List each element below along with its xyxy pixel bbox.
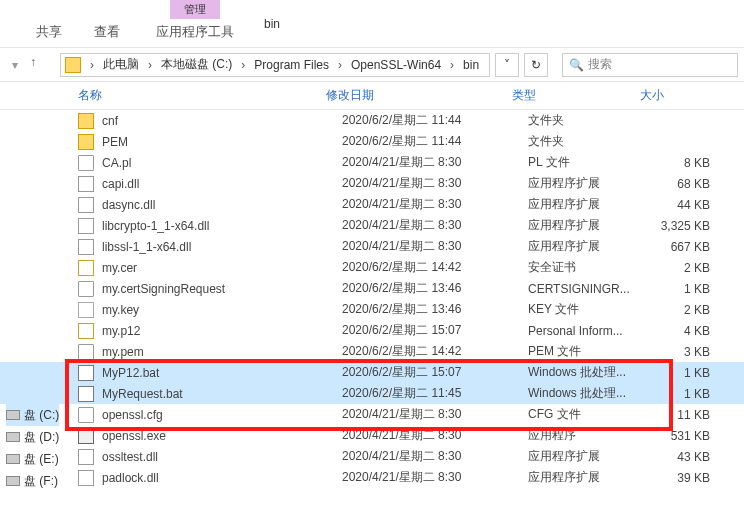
chevron-right-icon[interactable]: ›	[85, 58, 99, 72]
chevron-right-icon[interactable]: ›	[445, 58, 459, 72]
window-title: bin	[264, 17, 280, 31]
file-row[interactable]: MyP12.bat2020/6/2/星期二 15:07Windows 批处理..…	[0, 362, 744, 383]
drive-item[interactable]: 盘 (F:)	[6, 470, 59, 492]
file-row[interactable]: libcrypto-1_1-x64.dll2020/4/21/星期二 8:30应…	[0, 215, 744, 236]
file-size: 3 KB	[656, 345, 716, 359]
chevron-right-icon[interactable]: ›	[143, 58, 157, 72]
file-date: 2020/4/21/星期二 8:30	[342, 217, 528, 234]
file-icon	[78, 281, 94, 297]
file-size: 11 KB	[656, 408, 716, 422]
file-row[interactable]: my.cer2020/6/2/星期二 14:42安全证书2 KB	[0, 257, 744, 278]
file-icon	[78, 407, 94, 423]
breadcrumb-item[interactable]: Program Files	[250, 58, 333, 72]
file-size: 667 KB	[656, 240, 716, 254]
file-date: 2020/4/21/星期二 8:30	[342, 238, 528, 255]
ribbon-context: 管理 应用程序工具	[146, 0, 244, 47]
file-size: 1 KB	[656, 282, 716, 296]
file-date: 2020/4/21/星期二 8:30	[342, 469, 528, 486]
drive-item[interactable]: 盘 (C:)	[6, 404, 59, 426]
dll-icon	[78, 470, 94, 486]
file-row[interactable]: PEM2020/6/2/星期二 11:44文件夹	[0, 131, 744, 152]
drive-label: 盘 (E:)	[24, 451, 59, 468]
file-row[interactable]: padlock.dll2020/4/21/星期二 8:30应用程序扩展39 KB	[0, 467, 744, 488]
tab-view[interactable]: 查看	[78, 17, 136, 47]
file-row[interactable]: cnf2020/6/2/星期二 11:44文件夹	[0, 110, 744, 131]
file-row[interactable]: dasync.dll2020/4/21/星期二 8:30应用程序扩展44 KB	[0, 194, 744, 215]
file-date: 2020/4/21/星期二 8:30	[342, 406, 528, 423]
file-date: 2020/6/2/星期二 14:42	[342, 259, 528, 276]
col-size[interactable]: 大小	[640, 87, 702, 104]
breadcrumb[interactable]: › 此电脑 › 本地磁盘 (C:) › Program Files › Open…	[60, 53, 490, 77]
refresh-button[interactable]: ↻	[524, 53, 548, 77]
file-name: libcrypto-1_1-x64.dll	[102, 219, 342, 233]
col-name[interactable]: 名称	[78, 87, 326, 104]
cert-icon	[78, 260, 94, 276]
breadcrumb-item[interactable]: bin	[459, 58, 483, 72]
file-row[interactable]: openssl.cfg2020/4/21/星期二 8:30CFG 文件11 KB	[0, 404, 744, 425]
chevron-right-icon[interactable]: ›	[236, 58, 250, 72]
file-size: 531 KB	[656, 429, 716, 443]
file-row[interactable]: my.key2020/6/2/星期二 13:46KEY 文件2 KB	[0, 299, 744, 320]
tab-app-tools[interactable]: 应用程序工具	[146, 19, 244, 47]
bat-icon	[78, 365, 94, 381]
chevron-right-icon[interactable]: ›	[333, 58, 347, 72]
file-date: 2020/6/2/星期二 14:42	[342, 343, 528, 360]
file-date: 2020/6/2/星期二 13:46	[342, 280, 528, 297]
file-row[interactable]: my.pem2020/6/2/星期二 14:42PEM 文件3 KB	[0, 341, 744, 362]
file-name: dasync.dll	[102, 198, 342, 212]
dll-icon	[78, 449, 94, 465]
file-row[interactable]: CA.pl2020/4/21/星期二 8:30PL 文件8 KB	[0, 152, 744, 173]
up-arrow-icon[interactable]: ↑	[30, 55, 50, 75]
dll-icon	[78, 239, 94, 255]
context-manage-label: 管理	[170, 0, 220, 19]
drive-item[interactable]: 盘 (E:)	[6, 448, 59, 470]
file-size: 43 KB	[656, 450, 716, 464]
exe-icon	[78, 428, 94, 444]
file-name: MyRequest.bat	[102, 387, 342, 401]
file-type: 安全证书	[528, 259, 656, 276]
search-input[interactable]: 🔍 搜索	[562, 53, 738, 77]
file-name: openssl.cfg	[102, 408, 342, 422]
breadcrumb-item[interactable]: 本地磁盘 (C:)	[157, 56, 236, 73]
file-row[interactable]: libssl-1_1-x64.dll2020/4/21/星期二 8:30应用程序…	[0, 236, 744, 257]
file-type: 应用程序扩展	[528, 469, 656, 486]
file-row[interactable]: capi.dll2020/4/21/星期二 8:30应用程序扩展68 KB	[0, 173, 744, 194]
file-type: 文件夹	[528, 133, 656, 150]
file-name: my.certSigningRequest	[102, 282, 342, 296]
file-size: 8 KB	[656, 156, 716, 170]
file-name: capi.dll	[102, 177, 342, 191]
column-header: 名称 修改日期 类型 大小	[0, 82, 744, 110]
tab-share[interactable]: 共享	[20, 17, 78, 47]
chevron-down-icon[interactable]: ▾	[6, 56, 24, 74]
file-date: 2020/4/21/星期二 8:30	[342, 427, 528, 444]
file-type: PEM 文件	[528, 343, 656, 360]
dll-icon	[78, 197, 94, 213]
col-type[interactable]: 类型	[512, 87, 640, 104]
file-date: 2020/4/21/星期二 8:30	[342, 196, 528, 213]
drive-label: 盘 (F:)	[24, 473, 58, 490]
col-date[interactable]: 修改日期	[326, 87, 512, 104]
dropdown-button[interactable]: ˅	[495, 53, 519, 77]
file-row[interactable]: my.p122020/6/2/星期二 15:07Personal Inform.…	[0, 320, 744, 341]
drive-icon	[6, 432, 20, 442]
file-name: cnf	[102, 114, 342, 128]
file-row[interactable]: openssl.exe2020/4/21/星期二 8:30应用程序531 KB	[0, 425, 744, 446]
search-icon: 🔍	[569, 58, 584, 72]
file-name: CA.pl	[102, 156, 342, 170]
file-size: 1 KB	[656, 387, 716, 401]
file-size: 68 KB	[656, 177, 716, 191]
ribbon-tabs: 共享 查看 管理 应用程序工具	[20, 0, 244, 47]
file-row[interactable]: my.certSigningRequest2020/6/2/星期二 13:46C…	[0, 278, 744, 299]
ribbon: 共享 查看 管理 应用程序工具 bin	[0, 0, 744, 48]
file-date: 2020/4/21/星期二 8:30	[342, 175, 528, 192]
file-row[interactable]: MyRequest.bat2020/6/2/星期二 11:45Windows 批…	[0, 383, 744, 404]
file-name: my.pem	[102, 345, 342, 359]
breadcrumb-item[interactable]: 此电脑	[99, 56, 143, 73]
file-icon	[78, 155, 94, 171]
file-row[interactable]: ossltest.dll2020/4/21/星期二 8:30应用程序扩展43 K…	[0, 446, 744, 467]
cert-icon	[78, 323, 94, 339]
drive-item[interactable]: 盘 (D:)	[6, 426, 59, 448]
breadcrumb-item[interactable]: OpenSSL-Win64	[347, 58, 445, 72]
file-size: 4 KB	[656, 324, 716, 338]
file-date: 2020/6/2/星期二 11:44	[342, 133, 528, 150]
